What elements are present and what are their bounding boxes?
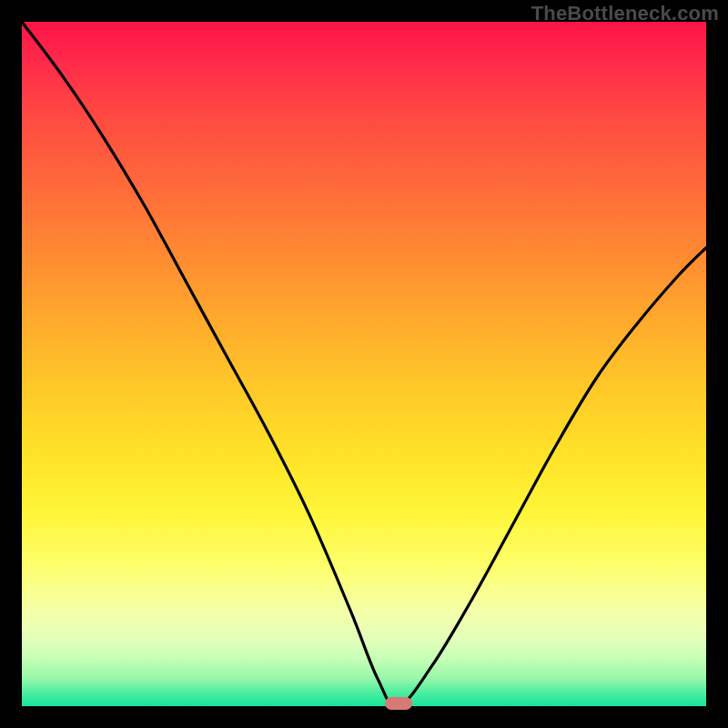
bottleneck-curve <box>22 22 706 706</box>
optimal-marker <box>385 697 412 710</box>
chart-frame: TheBottleneck.com <box>0 0 728 728</box>
curve-path <box>22 22 706 706</box>
plot-area <box>22 22 706 706</box>
watermark-text: TheBottleneck.com <box>531 2 719 25</box>
